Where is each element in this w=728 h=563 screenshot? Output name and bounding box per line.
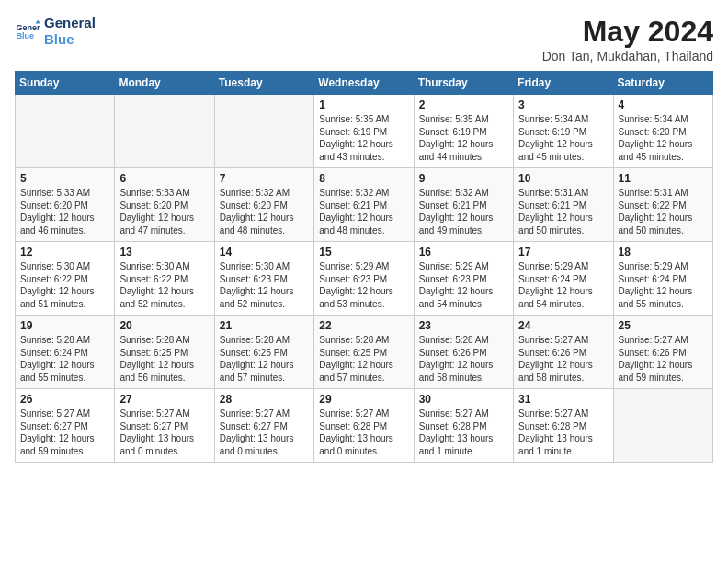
- calendar-week-1: 1Sunrise: 5:35 AM Sunset: 6:19 PM Daylig…: [16, 95, 713, 168]
- day-number: 4: [619, 98, 708, 111]
- calendar-cell: 29Sunrise: 5:27 AM Sunset: 6:28 PM Dayli…: [314, 389, 414, 463]
- day-number: 19: [20, 319, 109, 332]
- day-number: 14: [220, 246, 309, 259]
- day-info: Sunrise: 5:33 AM Sunset: 6:20 PM Dayligh…: [119, 187, 209, 236]
- day-number: 15: [319, 246, 408, 259]
- calendar-cell: 11Sunrise: 5:31 AM Sunset: 6:22 PM Dayli…: [613, 168, 712, 242]
- calendar-cell: 12Sunrise: 5:30 AM Sunset: 6:22 PM Dayli…: [16, 242, 115, 316]
- day-info: Sunrise: 5:28 AM Sunset: 6:25 PM Dayligh…: [119, 334, 209, 384]
- day-number: 28: [220, 393, 309, 406]
- day-number: 9: [419, 172, 508, 185]
- calendar-table: SundayMondayTuesdayWednesdayThursdayFrid…: [15, 71, 713, 463]
- day-info: Sunrise: 5:28 AM Sunset: 6:25 PM Dayligh…: [220, 334, 309, 384]
- calendar-cell: 22Sunrise: 5:28 AM Sunset: 6:25 PM Dayli…: [314, 316, 414, 389]
- logo-icon: General Blue: [15, 18, 40, 44]
- day-info: Sunrise: 5:27 AM Sunset: 6:26 PM Dayligh…: [518, 334, 608, 384]
- day-info: Sunrise: 5:27 AM Sunset: 6:28 PM Dayligh…: [518, 408, 608, 457]
- calendar-cell: 10Sunrise: 5:31 AM Sunset: 6:21 PM Dayli…: [514, 168, 613, 242]
- calendar-cell: 4Sunrise: 5:34 AM Sunset: 6:20 PM Daylig…: [613, 95, 712, 168]
- day-info: Sunrise: 5:30 AM Sunset: 6:22 PM Dayligh…: [20, 260, 109, 310]
- day-info: Sunrise: 5:28 AM Sunset: 6:25 PM Dayligh…: [319, 334, 408, 384]
- day-number: 20: [119, 319, 209, 332]
- day-number: 31: [518, 393, 608, 406]
- day-info: Sunrise: 5:32 AM Sunset: 6:21 PM Dayligh…: [419, 187, 508, 236]
- day-number: 22: [319, 319, 408, 332]
- day-number: 1: [319, 98, 408, 111]
- logo-text: GeneralBlue: [44, 15, 96, 48]
- day-number: 11: [619, 172, 708, 185]
- day-info: Sunrise: 5:29 AM Sunset: 6:23 PM Dayligh…: [419, 260, 508, 310]
- day-info: Sunrise: 5:27 AM Sunset: 6:26 PM Dayligh…: [619, 334, 708, 384]
- calendar-cell: 24Sunrise: 5:27 AM Sunset: 6:26 PM Dayli…: [514, 316, 613, 389]
- svg-text:General: General: [16, 23, 40, 32]
- day-info: Sunrise: 5:32 AM Sunset: 6:21 PM Dayligh…: [319, 187, 408, 236]
- weekday-header-sunday: Sunday: [16, 72, 115, 95]
- day-number: 8: [319, 172, 408, 185]
- calendar-cell: 16Sunrise: 5:29 AM Sunset: 6:23 PM Dayli…: [414, 242, 513, 316]
- day-info: Sunrise: 5:27 AM Sunset: 6:27 PM Dayligh…: [20, 408, 109, 457]
- day-info: Sunrise: 5:27 AM Sunset: 6:27 PM Dayligh…: [220, 408, 309, 457]
- calendar-cell: 17Sunrise: 5:29 AM Sunset: 6:24 PM Dayli…: [514, 242, 613, 316]
- day-number: 13: [119, 246, 209, 259]
- calendar-cell: [115, 95, 214, 168]
- day-info: Sunrise: 5:29 AM Sunset: 6:23 PM Dayligh…: [319, 260, 408, 310]
- weekday-header-friday: Friday: [514, 72, 613, 95]
- day-info: Sunrise: 5:35 AM Sunset: 6:19 PM Dayligh…: [419, 113, 508, 163]
- calendar-week-4: 19Sunrise: 5:28 AM Sunset: 6:24 PM Dayli…: [16, 316, 713, 389]
- calendar-cell: 2Sunrise: 5:35 AM Sunset: 6:19 PM Daylig…: [414, 95, 513, 168]
- calendar-cell: 14Sunrise: 5:30 AM Sunset: 6:23 PM Dayli…: [214, 242, 313, 316]
- weekday-header-monday: Monday: [115, 72, 214, 95]
- svg-text:Blue: Blue: [16, 31, 34, 40]
- day-info: Sunrise: 5:30 AM Sunset: 6:22 PM Dayligh…: [119, 260, 209, 310]
- weekday-header-row: SundayMondayTuesdayWednesdayThursdayFrid…: [16, 72, 713, 95]
- calendar-cell: 19Sunrise: 5:28 AM Sunset: 6:24 PM Dayli…: [16, 316, 115, 389]
- day-number: 3: [518, 98, 608, 111]
- day-number: 27: [119, 393, 209, 406]
- calendar-cell: [16, 95, 115, 168]
- day-number: 25: [619, 319, 708, 332]
- calendar-cell: 3Sunrise: 5:34 AM Sunset: 6:19 PM Daylig…: [514, 95, 613, 168]
- day-number: 12: [20, 246, 109, 259]
- day-number: 2: [419, 98, 508, 111]
- day-number: 7: [220, 172, 309, 185]
- day-number: 23: [419, 319, 508, 332]
- day-info: Sunrise: 5:33 AM Sunset: 6:20 PM Dayligh…: [20, 187, 109, 236]
- title-block: May 2024 Don Tan, Mukdahan, Thailand: [542, 15, 713, 63]
- calendar-cell: 7Sunrise: 5:32 AM Sunset: 6:20 PM Daylig…: [214, 168, 313, 242]
- calendar-week-3: 12Sunrise: 5:30 AM Sunset: 6:22 PM Dayli…: [16, 242, 713, 316]
- day-info: Sunrise: 5:31 AM Sunset: 6:21 PM Dayligh…: [518, 187, 608, 236]
- day-number: 30: [419, 393, 508, 406]
- day-number: 26: [20, 393, 109, 406]
- calendar-cell: 6Sunrise: 5:33 AM Sunset: 6:20 PM Daylig…: [115, 168, 214, 242]
- calendar-cell: 25Sunrise: 5:27 AM Sunset: 6:26 PM Dayli…: [613, 316, 712, 389]
- calendar-cell: 31Sunrise: 5:27 AM Sunset: 6:28 PM Dayli…: [514, 389, 613, 463]
- day-info: Sunrise: 5:34 AM Sunset: 6:19 PM Dayligh…: [518, 113, 608, 163]
- day-info: Sunrise: 5:31 AM Sunset: 6:22 PM Dayligh…: [619, 187, 708, 236]
- calendar-cell: [214, 95, 313, 168]
- day-info: Sunrise: 5:28 AM Sunset: 6:26 PM Dayligh…: [419, 334, 508, 384]
- day-info: Sunrise: 5:29 AM Sunset: 6:24 PM Dayligh…: [518, 260, 608, 310]
- day-info: Sunrise: 5:29 AM Sunset: 6:24 PM Dayligh…: [619, 260, 708, 310]
- weekday-header-wednesday: Wednesday: [314, 72, 414, 95]
- calendar-cell: 28Sunrise: 5:27 AM Sunset: 6:27 PM Dayli…: [214, 389, 313, 463]
- day-info: Sunrise: 5:28 AM Sunset: 6:24 PM Dayligh…: [20, 334, 109, 384]
- calendar-body: 1Sunrise: 5:35 AM Sunset: 6:19 PM Daylig…: [16, 95, 713, 463]
- day-info: Sunrise: 5:32 AM Sunset: 6:20 PM Dayligh…: [220, 187, 309, 236]
- day-info: Sunrise: 5:27 AM Sunset: 6:28 PM Dayligh…: [319, 408, 408, 457]
- day-number: 10: [518, 172, 608, 185]
- location: Don Tan, Mukdahan, Thailand: [542, 49, 713, 63]
- calendar-week-2: 5Sunrise: 5:33 AM Sunset: 6:20 PM Daylig…: [16, 168, 713, 242]
- day-number: 18: [619, 246, 708, 259]
- day-number: 5: [20, 172, 109, 185]
- day-info: Sunrise: 5:35 AM Sunset: 6:19 PM Dayligh…: [319, 113, 408, 163]
- day-info: Sunrise: 5:27 AM Sunset: 6:27 PM Dayligh…: [119, 408, 209, 457]
- page-header: General Blue GeneralBlue May 2024 Don Ta…: [15, 15, 713, 63]
- calendar-cell: 27Sunrise: 5:27 AM Sunset: 6:27 PM Dayli…: [115, 389, 214, 463]
- calendar-cell: 18Sunrise: 5:29 AM Sunset: 6:24 PM Dayli…: [613, 242, 712, 316]
- calendar-cell: 13Sunrise: 5:30 AM Sunset: 6:22 PM Dayli…: [115, 242, 214, 316]
- day-number: 21: [220, 319, 309, 332]
- calendar-cell: 15Sunrise: 5:29 AM Sunset: 6:23 PM Dayli…: [314, 242, 414, 316]
- calendar-cell: [613, 389, 712, 463]
- weekday-header-thursday: Thursday: [414, 72, 513, 95]
- month-title: May 2024: [542, 15, 713, 49]
